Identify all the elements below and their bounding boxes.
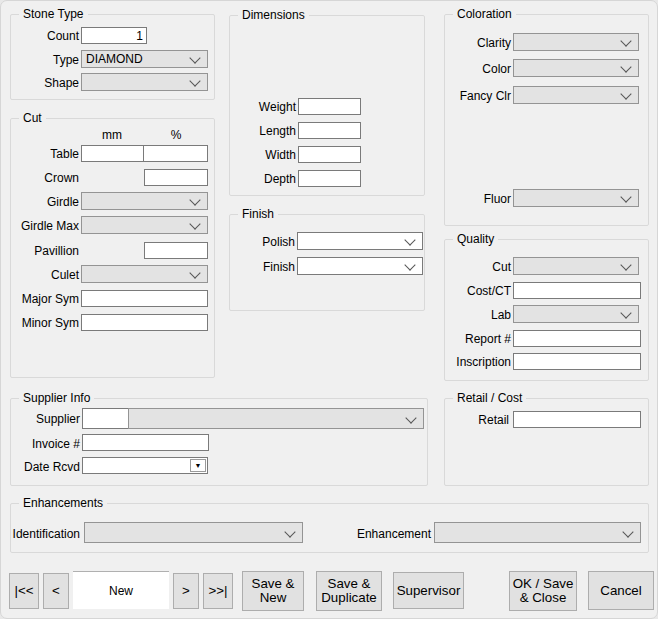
record-status-text: New (109, 584, 133, 598)
ok-save-close-button[interactable]: OK / Save & Close (509, 571, 577, 611)
chevron-down-icon (622, 526, 633, 537)
pavillion-percent-input[interactable] (144, 242, 208, 259)
cost-ct-label: Cost/CT (421, 284, 511, 298)
group-cut-title: Cut (19, 111, 46, 125)
group-enhancements-title: Enhancements (19, 496, 107, 510)
fancy-clr-combobox[interactable] (513, 86, 639, 104)
chevron-down-icon (189, 218, 200, 229)
fluor-combobox[interactable] (513, 189, 639, 207)
type-combobox[interactable]: DIAMOND (81, 50, 208, 68)
fancy-clr-label: Fancy Clr (421, 89, 511, 103)
major-sym-input[interactable] (81, 290, 208, 307)
group-quality-title: Quality (453, 232, 498, 246)
fluor-label: Fluor (421, 192, 511, 206)
chevron-down-icon (284, 526, 295, 537)
chevron-down-icon (620, 307, 631, 318)
finish-combobox[interactable] (297, 257, 423, 275)
date-rcvd-label: Date Rcvd (10, 460, 80, 474)
girdle-label: Girdle (9, 195, 79, 209)
save-and-new-line2: New (260, 591, 287, 605)
save-and-duplicate-line1: Save & (328, 577, 371, 591)
length-label: Length (226, 124, 296, 138)
chevron-down-icon (620, 61, 631, 72)
supervisor-button[interactable]: Supervisor (393, 572, 464, 609)
table-label: Table (9, 147, 79, 161)
record-status-display: New (73, 571, 169, 609)
finish-label: Finish (225, 260, 295, 274)
supplier-label: Supplier (10, 412, 80, 426)
chevron-down-icon (620, 191, 631, 202)
identification-combobox[interactable] (84, 522, 303, 543)
save-and-new-line1: Save & (252, 577, 295, 591)
previous-record-button[interactable]: < (43, 573, 69, 609)
inscription-input[interactable] (513, 353, 641, 370)
supplier-combobox[interactable] (128, 408, 424, 429)
chevron-down-icon (620, 35, 631, 46)
shape-combobox[interactable] (81, 73, 208, 91)
save-and-duplicate-line2: Duplicate (321, 591, 377, 605)
count-label: Count (9, 29, 79, 43)
girdle-combobox[interactable] (81, 192, 208, 210)
cut-column-percent-header: % (144, 128, 208, 142)
lab-label: Lab (421, 308, 511, 322)
depth-input[interactable] (298, 170, 361, 187)
weight-input[interactable] (298, 98, 361, 115)
girdle-max-combobox[interactable] (81, 216, 208, 234)
invoice-number-input[interactable] (82, 434, 209, 451)
retail-label: Retail (431, 413, 509, 427)
cancel-button[interactable]: Cancel (588, 571, 654, 610)
ok-save-close-line1: OK / Save (513, 577, 574, 591)
supplier-code-input[interactable] (82, 408, 129, 429)
first-record-button[interactable]: |<< (9, 573, 39, 609)
chevron-down-icon (404, 234, 415, 245)
enhancement-label: Enhancement (341, 527, 431, 541)
width-input[interactable] (298, 146, 361, 163)
clarity-combobox[interactable] (513, 33, 639, 51)
polish-combobox[interactable] (297, 232, 423, 250)
chevron-down-icon (620, 88, 631, 99)
stone-entry-form: Stone Type Cut Dimensions Finish Colorat… (0, 0, 658, 619)
group-coloration-title: Coloration (453, 7, 516, 21)
width-label: Width (226, 148, 296, 162)
group-stone-type-title: Stone Type (19, 7, 88, 21)
clarity-label: Clarity (421, 36, 511, 50)
culet-combobox[interactable] (81, 265, 208, 283)
report-number-input[interactable] (513, 330, 641, 347)
next-record-button[interactable]: > (173, 573, 199, 609)
quality-cut-combobox[interactable] (513, 257, 639, 275)
color-label: Color (421, 62, 511, 76)
table-percent-input[interactable] (143, 145, 208, 162)
color-combobox[interactable] (513, 59, 639, 77)
weight-label: Weight (226, 100, 296, 114)
save-and-duplicate-button[interactable]: Save & Duplicate (316, 571, 382, 611)
length-input[interactable] (298, 122, 361, 139)
girdle-max-label: Girdle Max (9, 219, 79, 233)
cost-ct-input[interactable] (513, 282, 641, 299)
lab-combobox[interactable] (513, 305, 639, 323)
chevron-down-icon (189, 267, 200, 278)
table-mm-input[interactable] (81, 145, 144, 162)
chevron-down-icon (189, 194, 200, 205)
pavillion-label: Pavillion (9, 244, 79, 258)
group-retail-cost-title: Retail / Cost (453, 391, 526, 405)
inscription-label: Inscription (421, 355, 511, 369)
identification-label: Identification (10, 527, 80, 541)
polish-label: Polish (225, 235, 295, 249)
date-dropdown-button[interactable]: ▼ (190, 459, 206, 472)
crown-percent-input[interactable] (144, 169, 208, 186)
minor-sym-label: Minor Sym (9, 316, 79, 330)
save-and-new-button[interactable]: Save & New (242, 571, 304, 611)
ok-save-close-line2: & Close (520, 591, 567, 605)
enhancement-combobox[interactable] (434, 522, 641, 543)
depth-label: Depth (226, 172, 296, 186)
group-finish-title: Finish (238, 207, 278, 221)
chevron-down-icon (404, 259, 415, 270)
count-input[interactable] (81, 27, 147, 44)
minor-sym-input[interactable] (81, 314, 208, 331)
retail-input[interactable] (513, 411, 641, 428)
date-rcvd-picker[interactable]: ▼ (82, 457, 208, 474)
chevron-down-icon (189, 52, 200, 63)
shape-label: Shape (9, 76, 79, 90)
last-record-button[interactable]: >>| (203, 573, 233, 609)
type-combobox-value: DIAMOND (86, 52, 143, 66)
